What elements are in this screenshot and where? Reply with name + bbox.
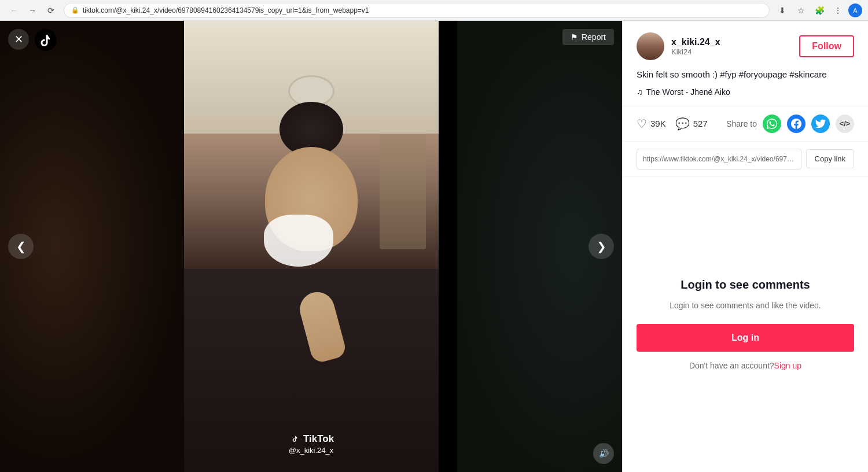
signup-link[interactable]: Sign up: [774, 361, 801, 370]
tiktok-watermark: TikTok @x_kiki.24_x: [184, 433, 439, 455]
back-button[interactable]: ←: [6, 2, 22, 19]
link-row: https://www.tiktok.com/@x_kiki.24_x/vide…: [623, 142, 868, 177]
signup-row: Don't have an account?Sign up: [689, 361, 801, 370]
tiktok-logo: [35, 29, 57, 53]
music-note-icon: ♫: [637, 87, 643, 97]
share-embed-button[interactable]: </>: [836, 115, 854, 133]
browser-profile[interactable]: A: [848, 3, 862, 17]
user-header: x_kiki.24_x Kiki24 Follow: [637, 32, 854, 60]
sound-button[interactable]: 🔊: [593, 443, 614, 464]
video-section: ✕ ⚑ Report: [0, 21, 622, 472]
share-label: Share to: [726, 119, 757, 128]
username[interactable]: x_kiki.24_x: [671, 37, 720, 47]
svg-point-0: [35, 29, 57, 51]
browser-chrome: ← → ⟳ 🔒 tiktok.com/@x_kiki.24_x/video/69…: [0, 0, 868, 21]
browser-actions: ⬇ ☆ 🧩 ⋮ A: [774, 2, 862, 19]
main-content: ✕ ⚑ Report: [0, 21, 868, 472]
login-subtitle: Login to see comments and like the video…: [670, 301, 821, 310]
report-button[interactable]: ⚑ Report: [562, 29, 614, 45]
share-twitter-button[interactable]: [811, 115, 830, 133]
display-name: Kiki24: [671, 47, 720, 56]
extensions-button[interactable]: 🧩: [811, 2, 827, 19]
link-input[interactable]: https://www.tiktok.com/@x_kiki.24_x/vide…: [637, 149, 801, 169]
sound-icon: 🔊: [599, 449, 609, 458]
right-panel: x_kiki.24_x Kiki24 Follow Skin felt so s…: [622, 21, 868, 472]
user-names: x_kiki.24_x Kiki24: [671, 37, 720, 56]
heart-icon: ♡: [637, 117, 647, 131]
music-title: The Worst - Jhené Aiko: [646, 87, 730, 97]
likes-count: 39K: [650, 119, 666, 128]
url-text: tiktok.com/@x_kiki.24_x/video/6978089416…: [83, 6, 369, 14]
chevron-left-icon: ❮: [16, 239, 26, 253]
caption: Skin felt so smooth :) #fyp #foryoupage …: [637, 68, 854, 82]
next-video-button[interactable]: ❯: [589, 234, 614, 259]
forward-button[interactable]: →: [24, 2, 41, 19]
avatar-image: [637, 32, 664, 60]
close-button[interactable]: ✕: [8, 29, 29, 50]
share-whatsapp-button[interactable]: [763, 115, 781, 133]
comments-count: 527: [693, 119, 708, 128]
more-button[interactable]: ⋮: [830, 2, 846, 19]
prev-video-button[interactable]: ❮: [8, 234, 34, 259]
comments-stat: 💬 527: [675, 117, 708, 131]
music-row: ♫ The Worst - Jhené Aiko: [637, 87, 854, 97]
comments-section: Login to see comments Login to see comme…: [623, 177, 868, 473]
address-bar[interactable]: 🔒 tiktok.com/@x_kiki.24_x/video/69780894…: [64, 3, 770, 18]
reload-button[interactable]: ⟳: [43, 2, 59, 19]
comment-icon: 💬: [675, 117, 690, 131]
login-title: Login to see comments: [681, 278, 810, 292]
copy-link-button[interactable]: Copy link: [806, 149, 854, 168]
likes-stat: ♡ 39K: [637, 117, 666, 131]
browser-nav-buttons: ← → ⟳: [6, 2, 59, 19]
user-section: x_kiki.24_x Kiki24 Follow Skin felt so s…: [623, 21, 868, 106]
video-frame: TikTok @x_kiki.24_x: [184, 21, 439, 472]
share-section: Share to </>: [726, 115, 854, 133]
user-avatar[interactable]: [637, 32, 664, 60]
user-info: x_kiki.24_x Kiki24: [637, 32, 720, 60]
login-button[interactable]: Log in: [637, 324, 854, 352]
flag-icon: ⚑: [571, 32, 578, 42]
stats-row: ♡ 39K 💬 527 Share to: [623, 106, 868, 142]
chevron-right-icon: ❯: [597, 239, 606, 253]
bookmark-button[interactable]: ☆: [793, 2, 809, 19]
share-facebook-button[interactable]: [787, 115, 806, 133]
lock-icon: 🔒: [71, 6, 79, 14]
download-button[interactable]: ⬇: [774, 2, 790, 19]
follow-button[interactable]: Follow: [799, 35, 854, 57]
